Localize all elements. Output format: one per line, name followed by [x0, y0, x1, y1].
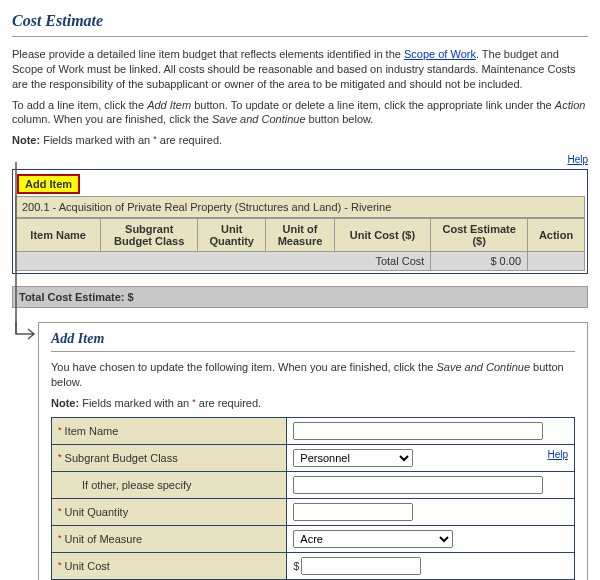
intro-p1: Please provide a detailed line item budg… — [12, 47, 588, 92]
form-table: * Item Name * Subgrant Budget Class Pers… — [51, 417, 575, 580]
lbl-budget-class: * Subgrant Budget Class — [52, 444, 287, 471]
panel-note-a: Fields marked with an — [79, 397, 192, 409]
col-unit-measure: Unit of Measure — [266, 219, 334, 252]
req-icon: * — [58, 452, 62, 462]
col-action: Action — [528, 219, 585, 252]
callout-arrow-icon — [12, 322, 40, 522]
panel-note: Note: Fields marked with an * are requir… — [51, 396, 575, 411]
req-icon: * — [58, 560, 62, 570]
action-em: Action — [555, 99, 586, 111]
panel-note-b: are required. — [196, 397, 261, 409]
req-icon: * — [58, 425, 62, 435]
add-item-button[interactable]: Add Item — [17, 174, 80, 194]
lbl-unit-measure: * Unit of Measure — [52, 525, 287, 552]
intro-p2c: column. When you are finished, click the — [12, 113, 212, 125]
note-line: Note: Fields marked with an * are requir… — [12, 133, 588, 148]
add-item-panel: Add Item You have chosen to update the f… — [38, 322, 588, 580]
panel-intro: You have chosen to update the following … — [51, 360, 575, 390]
budget-class-select[interactable]: Personnel — [293, 449, 413, 467]
add-item-em: Add Item — [147, 99, 191, 111]
col-cost-est: Cost Estimate ($) — [431, 219, 528, 252]
lbl-item-name: * Item Name — [52, 417, 287, 444]
lbl-unit-cost: * Unit Cost — [52, 552, 287, 579]
panel-intro-em: Save and Continue — [436, 361, 530, 373]
unit-qty-input[interactable] — [293, 503, 413, 521]
panel-note-label: Note: — [51, 397, 79, 409]
help-link-top[interactable]: Help — [567, 154, 588, 165]
scope-of-work-link[interactable]: Scope of Work — [404, 48, 476, 60]
savecont-em: Save and Continue — [212, 113, 306, 125]
intro-p2: To add a line item, click the Add Item b… — [12, 98, 588, 128]
intro-p1a: Please provide a detailed line item budg… — [12, 48, 404, 60]
unit-cost-input[interactable] — [301, 557, 421, 575]
items-table: Item Name Subgrant Budget Class Unit Qua… — [15, 218, 585, 271]
intro-p2d: button below. — [306, 113, 374, 125]
total-action-cell — [528, 252, 585, 271]
help-link-panel[interactable]: Help — [547, 449, 568, 460]
total-value: $ 0.00 — [431, 252, 528, 271]
grand-total-bar: Total Cost Estimate: $ — [12, 286, 588, 308]
page-title: Cost Estimate — [12, 12, 588, 30]
total-row: Total Cost $ 0.00 — [16, 252, 585, 271]
panel-title: Add Item — [51, 331, 575, 347]
items-container: Add Item 200.1 - Acquisition of Private … — [12, 169, 588, 274]
hr-top — [12, 36, 588, 37]
lbl-unit-cost-text: Unit Cost — [65, 560, 110, 572]
panel-hr — [51, 351, 575, 352]
req-icon: * — [58, 506, 62, 516]
unit-measure-select[interactable]: Acre — [293, 530, 453, 548]
lbl-budget-class-text: Subgrant Budget Class — [65, 452, 178, 464]
lbl-item-name-text: Item Name — [65, 425, 119, 437]
lbl-unit-measure-text: Unit of Measure — [65, 533, 143, 545]
col-unit-qty: Unit Quantity — [198, 219, 266, 252]
lbl-unit-qty: * Unit Quantity — [52, 498, 287, 525]
col-unit-cost: Unit Cost ($) — [334, 219, 431, 252]
col-item-name: Item Name — [16, 219, 101, 252]
intro-p2b: button. To update or delete a line item,… — [191, 99, 555, 111]
lbl-other: If other, please specify — [52, 471, 287, 498]
dollar-prefix: $ — [293, 560, 299, 572]
intro-p2a: To add a line item, click the — [12, 99, 147, 111]
total-label: Total Cost — [16, 252, 431, 271]
item-name-input[interactable] — [293, 422, 543, 440]
other-input[interactable] — [293, 476, 543, 494]
col-budget-class: Subgrant Budget Class — [101, 219, 198, 252]
lbl-unit-qty-text: Unit Quantity — [65, 506, 129, 518]
note-text: Fields marked with an — [40, 134, 153, 146]
section-header: 200.1 - Acquisition of Private Real Prop… — [15, 196, 585, 218]
req-icon: * — [58, 533, 62, 543]
panel-intro-a: You have chosen to update the following … — [51, 361, 436, 373]
note-label: Note: — [12, 134, 40, 146]
callout-vertical-icon — [12, 162, 20, 334]
note-text2: are required. — [157, 134, 222, 146]
